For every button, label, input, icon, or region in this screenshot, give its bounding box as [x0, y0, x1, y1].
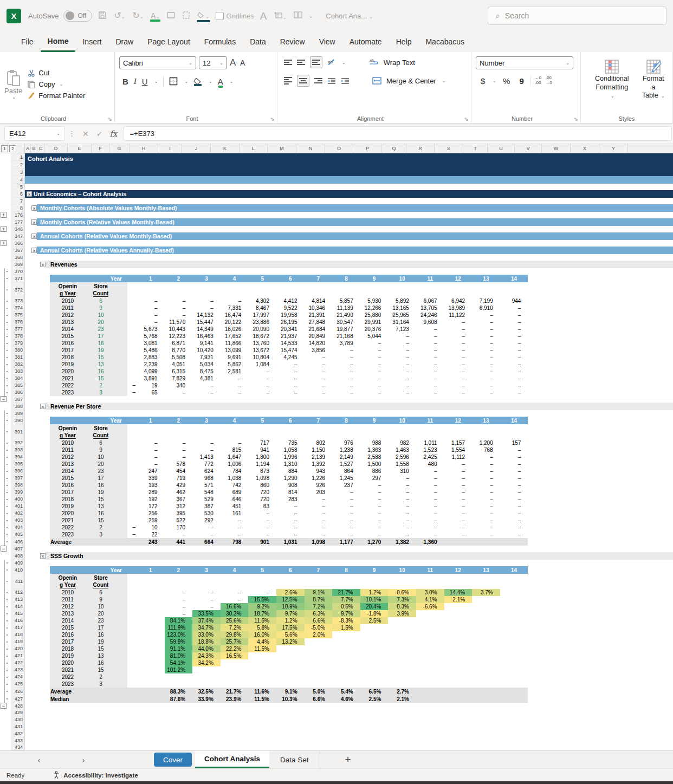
year-cell[interactable]: 2017: [50, 347, 86, 353]
cell[interactable]: –: [221, 382, 249, 389]
cell[interactable]: 772: [192, 461, 221, 468]
align-bottom-icon[interactable]: [310, 56, 322, 68]
cell[interactable]: 20,090: [248, 326, 276, 333]
undo-icon[interactable]: ↺⌄: [113, 11, 126, 20]
cell[interactable]: 192: [137, 496, 165, 503]
cell[interactable]: 720: [248, 496, 276, 503]
cell[interactable]: –: [221, 297, 249, 304]
cell[interactable]: 522: [165, 517, 193, 524]
cell[interactable]: –: [500, 496, 528, 503]
collapse-toggle-icon[interactable]: x: [31, 205, 37, 211]
store-count-cell[interactable]: 2: [86, 524, 116, 530]
table-row-labels[interactable]: 201517: [50, 475, 127, 482]
cell[interactable]: –: [221, 517, 249, 524]
cell[interactable]: –: [472, 531, 500, 538]
row-header[interactable]: 367: [11, 247, 25, 254]
cell[interactable]: -0.6%: [388, 589, 416, 596]
cell[interactable]: –: [305, 531, 333, 538]
cell[interactable]: –: [444, 524, 473, 531]
column-header-N[interactable]: N: [296, 144, 325, 153]
cell[interactable]: 454: [165, 468, 193, 475]
cell[interactable]: 9,141: [192, 340, 221, 347]
cell[interactable]: [500, 589, 528, 596]
cell[interactable]: 16,474: [221, 312, 249, 319]
cell[interactable]: 26,195: [276, 319, 305, 326]
cell[interactable]: 1,554: [444, 446, 473, 453]
store-count-cell[interactable]: 6: [86, 589, 116, 595]
row-header[interactable]: 386: [11, 389, 25, 396]
cell[interactable]: –: [444, 333, 473, 340]
cell[interactable]: 259: [137, 517, 165, 524]
cell[interactable]: 54.1%: [165, 659, 193, 666]
cell[interactable]: –: [192, 531, 221, 538]
cell[interactable]: [388, 673, 416, 681]
row-header[interactable]: 406: [11, 538, 25, 546]
align-right-icon[interactable]: [314, 77, 322, 85]
row-header[interactable]: 377: [11, 326, 25, 333]
cell[interactable]: [360, 681, 389, 688]
store-count-cell[interactable]: 17: [86, 333, 116, 339]
cell[interactable]: 297: [360, 475, 389, 482]
cell[interactable]: –: [500, 312, 528, 319]
cell[interactable]: –: [444, 475, 473, 482]
cell[interactable]: 256: [137, 510, 165, 517]
cell[interactable]: –: [472, 375, 500, 382]
cell[interactable]: –: [472, 382, 500, 389]
cell[interactable]: [500, 610, 528, 617]
store-count-cell[interactable]: 3: [86, 681, 116, 687]
row-header[interactable]: 423: [11, 666, 25, 673]
row-header[interactable]: 1: [11, 153, 25, 161]
row-header[interactable]: 415: [11, 610, 25, 617]
cell[interactable]: [472, 610, 500, 617]
cell[interactable]: –: [444, 496, 473, 503]
cell[interactable]: –: [416, 510, 444, 517]
cell[interactable]: 1,226: [305, 475, 333, 482]
cell[interactable]: –: [360, 517, 389, 524]
row-header[interactable]: 428: [11, 703, 25, 709]
year-cell[interactable]: 2014: [50, 468, 86, 474]
year0-cell[interactable]: [127, 468, 137, 475]
row-header[interactable]: 408: [11, 552, 25, 560]
cell[interactable]: –: [192, 596, 221, 603]
cell[interactable]: 20,122: [221, 319, 249, 326]
cell[interactable]: 6,910: [472, 304, 500, 312]
year-col-header[interactable]: 6: [276, 418, 305, 424]
cell[interactable]: 2,581: [221, 368, 249, 375]
alignment-dialog-launcher-icon[interactable]: ⇘: [464, 116, 469, 122]
cell[interactable]: 13,989: [444, 304, 473, 312]
year0-cell[interactable]: [127, 439, 137, 446]
year0-cell[interactable]: [127, 319, 137, 326]
cell[interactable]: 926: [305, 482, 333, 489]
cell[interactable]: 14,533: [276, 340, 305, 347]
cell[interactable]: [472, 631, 500, 638]
cell[interactable]: 886: [360, 468, 389, 475]
cell[interactable]: [444, 603, 473, 610]
year-col-header[interactable]: 12: [444, 418, 473, 424]
row-header[interactable]: 8: [11, 204, 25, 212]
cell[interactable]: [416, 652, 444, 659]
cell[interactable]: [388, 666, 416, 673]
row-height-icon[interactable]: [181, 11, 191, 21]
table-row-labels[interactable]: 201815: [50, 645, 127, 652]
year0-cell[interactable]: [127, 659, 137, 666]
cell[interactable]: –: [416, 517, 444, 524]
ribbon-tab-home[interactable]: Home: [41, 31, 76, 52]
cell[interactable]: –: [472, 312, 500, 319]
cell[interactable]: –: [332, 389, 360, 396]
store-count-cell[interactable]: 15: [86, 646, 116, 652]
cell[interactable]: 5,508: [165, 354, 193, 361]
table-row-labels[interactable]: 20119: [50, 304, 127, 312]
align-middle-icon[interactable]: [297, 59, 305, 66]
cell[interactable]: [276, 681, 305, 688]
cell[interactable]: –: [305, 361, 333, 368]
cell[interactable]: 17,652: [221, 333, 249, 340]
chevron-down-icon[interactable]: ⌄: [140, 14, 144, 20]
align-top-icon[interactable]: [284, 59, 292, 66]
store-count-cell[interactable]: 15: [86, 517, 116, 523]
cell[interactable]: [444, 652, 473, 659]
cell[interactable]: –: [305, 368, 333, 375]
year-cell[interactable]: 2023: [50, 390, 86, 396]
year-col-header[interactable]: 11: [416, 567, 444, 573]
year0-cell[interactable]: [127, 304, 137, 312]
cell[interactable]: –: [444, 354, 473, 361]
